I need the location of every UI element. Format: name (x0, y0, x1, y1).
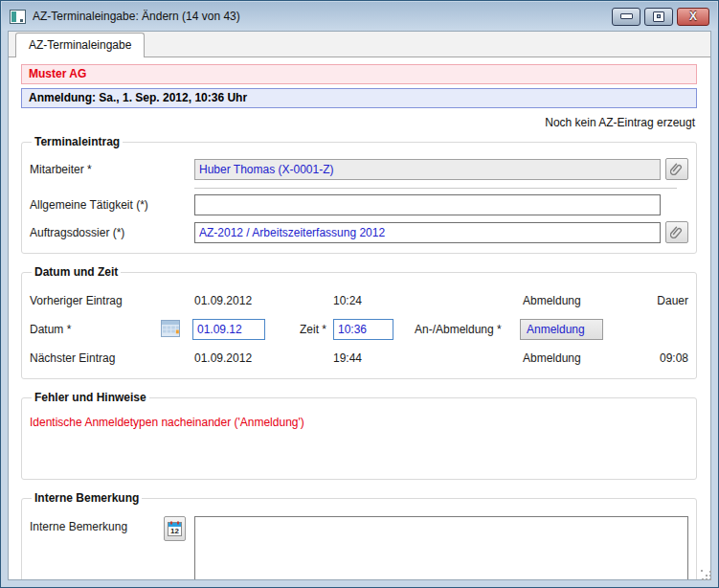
field-row-mitarbeiter: Mitarbeiter * (30, 158, 688, 180)
date-picker-button[interactable] (160, 320, 180, 338)
tab-az-terminaleingabe[interactable]: AZ-Terminaleingabe (15, 33, 145, 57)
resize-grip[interactable] (701, 570, 713, 582)
next-entry-date: 01.09.2012 (194, 351, 252, 365)
mitarbeiter-attach-button[interactable] (665, 158, 688, 180)
datum-label: Datum * (30, 323, 71, 336)
datum-input[interactable] (192, 319, 265, 340)
app-icon (10, 10, 26, 24)
calendar-day-icon: 12 (168, 521, 182, 536)
taetigkeit-field[interactable] (194, 194, 661, 215)
section-terminaleintrag: Terminaleintrag Mitarbeiter * Allgemeine… (21, 135, 697, 254)
mitarbeiter-label: Mitarbeiter * (30, 163, 194, 176)
zeit-label: Zeit * (300, 323, 326, 336)
current-entry-row: Datum * (30, 319, 688, 340)
error-message: Identische Anmeldetypen nacheinander ('A… (30, 416, 688, 429)
tab-strip: AZ-Terminaleingabe (9, 32, 710, 57)
paperclip-icon (670, 226, 684, 239)
next-entry-label: Nächster Eintrag (30, 351, 115, 365)
error-list: Identische Anmeldetypen nacheinander ('A… (30, 408, 688, 469)
svg-text:12: 12 (170, 527, 179, 535)
anmeldung-type-button[interactable]: Anmeldung (520, 319, 603, 340)
calendar-grid-icon (161, 320, 180, 337)
taetigkeit-label: Allgemeine Tätigkeit (*) (30, 198, 194, 212)
window-title: AZ-Terminaleingabe: Ändern (14 von 43) (33, 10, 612, 23)
mitarbeiter-field[interactable] (194, 159, 661, 180)
auftragsdossier-label: Auftragsdossier (*) (30, 226, 194, 239)
company-banner: Muster AG (21, 64, 697, 84)
dialog-window: AZ-Terminaleingabe: Ändern (14 von 43) X… (0, 0, 719, 588)
row-separator (194, 188, 677, 189)
paperclip-icon (670, 163, 684, 176)
next-entry-time: 19:44 (333, 351, 362, 365)
bemerkung-textarea[interactable] (194, 516, 688, 580)
status-note: Noch kein AZ-Eintrag erzeugt (21, 116, 695, 129)
next-entry-type: Abmeldung (523, 351, 581, 365)
section-interne-bemerkung: Interne Bemerkung Interne Bemerkung 12 (21, 491, 697, 580)
section-datum-zeit-legend: Datum und Zeit (32, 265, 121, 279)
previous-entry-row: Vorheriger Eintrag 01.09.2012 10:24 Abme… (30, 290, 688, 311)
field-row-taetigkeit: Allgemeine Tätigkeit (*) (30, 194, 688, 215)
previous-entry-type: Abmeldung (523, 294, 581, 307)
zeit-input[interactable] (333, 319, 393, 340)
next-entry-duration: 09:08 (660, 351, 688, 365)
session-banner: Anmeldung: Sa., 1. Sep. 2012, 10:36 Uhr (21, 88, 697, 108)
an-abmeldung-label: An-/Abmeldung * (415, 323, 502, 336)
bemerkung-row: Interne Bemerkung 12 (30, 516, 688, 580)
previous-entry-time: 10:24 (333, 294, 362, 307)
section-bemerkung-legend: Interne Bemerkung (32, 491, 142, 505)
section-terminaleintrag-legend: Terminaleintrag (32, 135, 123, 148)
section-fehler-hinweise: Fehler und Hinweise Identische Anmeldety… (21, 391, 697, 480)
bemerkung-label: Interne Bemerkung (30, 516, 164, 533)
auftragsdossier-field[interactable] (194, 222, 661, 243)
close-icon: X (689, 11, 697, 22)
duration-column-label: Dauer (657, 294, 688, 307)
previous-entry-label: Vorheriger Eintrag (30, 294, 123, 307)
minimize-button[interactable] (612, 8, 640, 26)
field-row-auftragsdossier: Auftragsdossier (*) (30, 221, 688, 243)
next-entry-row: Nächster Eintrag 01.09.2012 19:44 Abmeld… (30, 348, 688, 369)
titlebar[interactable]: AZ-Terminaleingabe: Ändern (14 von 43) X (2, 2, 717, 31)
maximize-button[interactable] (644, 8, 673, 26)
insert-date-button[interactable]: 12 (164, 516, 186, 541)
close-button[interactable]: X (677, 8, 709, 26)
section-fehler-legend: Fehler und Hinweise (32, 391, 149, 404)
previous-entry-date: 01.09.2012 (194, 294, 252, 307)
section-datum-zeit: Datum und Zeit Vorheriger Eintrag 01.09.… (21, 265, 697, 379)
maximize-icon (653, 11, 664, 22)
minimize-icon (620, 13, 633, 19)
auftragsdossier-attach-button[interactable] (665, 221, 688, 243)
dialog-content: AZ-Terminaleingabe Muster AG Anmeldung: … (8, 31, 711, 580)
